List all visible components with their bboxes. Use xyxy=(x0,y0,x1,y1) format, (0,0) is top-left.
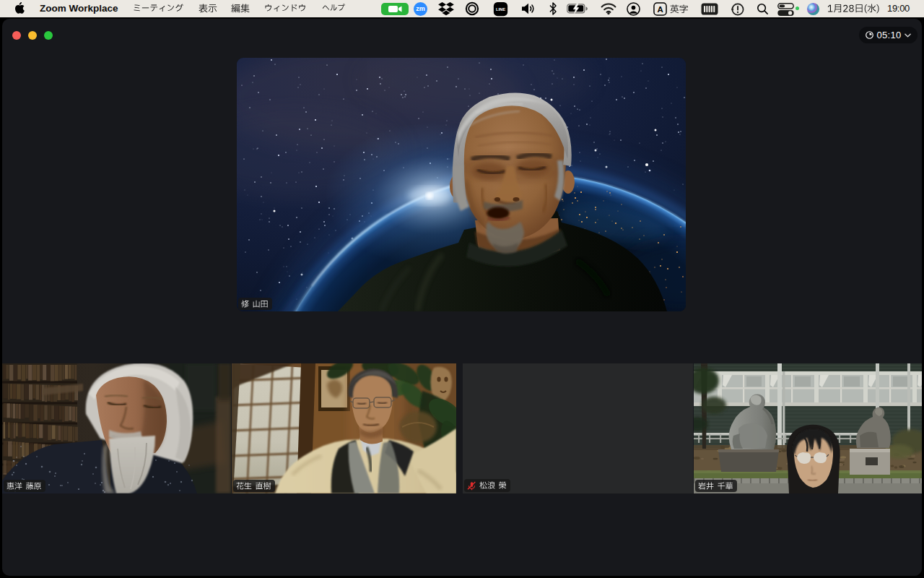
svg-text:A: A xyxy=(657,5,663,14)
svg-text:LINE: LINE xyxy=(496,7,505,12)
